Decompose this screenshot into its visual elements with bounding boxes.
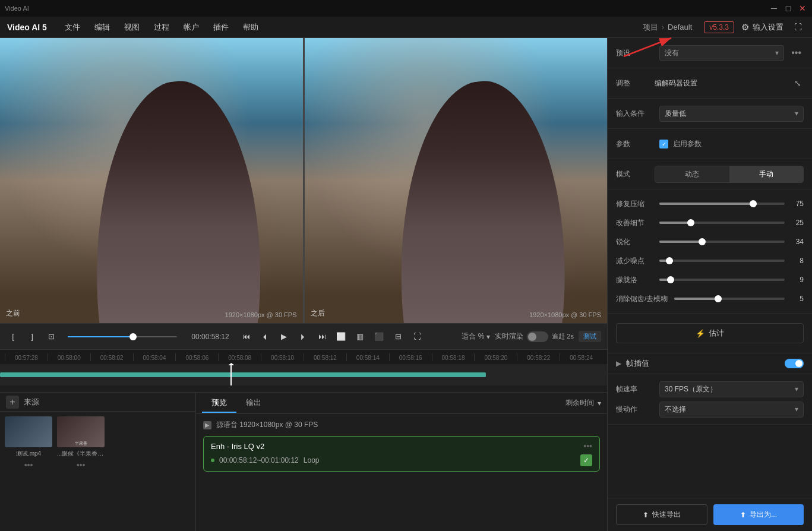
ruler-mark-3: 00:58:04 (133, 353, 176, 361)
frame-interp-title: 帧插值 (626, 358, 780, 369)
scrubber-line[interactable] (68, 336, 177, 337)
repair-compression-slider[interactable] (659, 203, 785, 205)
clip-more-btn[interactable]: ••• (583, 441, 592, 451)
source-more-1[interactable]: ••• (77, 460, 86, 470)
ruler-mark-1: 00:58:00 (48, 353, 90, 361)
remaining-time[interactable]: 剩余时间 ▾ (565, 398, 601, 408)
frame-interp-toggle[interactable] (785, 359, 804, 368)
source-name-1: ...眼候《半果香》.mp4 (57, 450, 105, 458)
codec-settings-btn[interactable]: 编解码器设置 (655, 76, 792, 91)
fps-section: 帧速率 30 FPS（原文） ▾ 慢动作 不选择 ▾ (608, 374, 812, 425)
source-item-0[interactable]: 测试.mp4 ••• (5, 416, 52, 470)
preset-value: 没有 (665, 48, 679, 58)
menu-process[interactable]: 过程 (148, 20, 175, 35)
estimate-btn[interactable]: ⚡ 估计 (616, 323, 804, 343)
scrubber-fill (68, 336, 133, 337)
step-back-btn[interactable]: ⏴ (258, 330, 272, 344)
view-mode-1-btn[interactable]: ⬜ (334, 330, 348, 344)
condition-dropdown[interactable]: 质量低 ▾ (659, 106, 804, 122)
view-mode-3-btn[interactable]: ⬛ (372, 330, 386, 344)
after-resolution: 1920×1080px @ 30 FPS (529, 311, 601, 318)
view-mode-4-btn[interactable]: ⊟ (391, 330, 405, 344)
crop-btn[interactable]: ⊡ (44, 330, 58, 344)
frame-interp-header[interactable]: ▶ 帧插值 (608, 353, 812, 374)
playhead[interactable] (230, 364, 232, 385)
before-label: 之前 (6, 308, 20, 318)
video-panel-after: 之后 1920×1080px @ 30 FPS (303, 38, 608, 323)
menu-view[interactable]: 视图 (118, 20, 146, 35)
skip-end-btn[interactable]: ⏭ (315, 330, 329, 344)
enable-params-checkbox[interactable]: ✓ (659, 140, 668, 148)
sharpen-slider[interactable] (659, 241, 785, 243)
minimize-btn[interactable]: ─ (769, 4, 779, 13)
repair-compression-label: 修复压缩 (616, 199, 655, 209)
video-after-image (305, 38, 608, 323)
mode-manual-btn[interactable]: 手动 (729, 166, 804, 182)
menu-file[interactable]: 文件 (59, 20, 86, 35)
improve-details-slider[interactable] (659, 222, 785, 224)
haze-value: 9 (789, 276, 804, 284)
view-mode-2-btn[interactable]: ▥ (353, 330, 367, 344)
tab-output[interactable]: 输出 (236, 394, 271, 413)
play-btn[interactable]: ▶ (277, 330, 291, 344)
clip-name: Enh - Iris LQ v2 (211, 442, 579, 451)
fullscreen-preview-btn[interactable]: ⛶ (410, 330, 424, 344)
source-info: ▶ 源语音 1920×1080px @ 30 FPS (203, 420, 600, 430)
preset-more-btn[interactable]: ••• (789, 48, 804, 58)
quick-export-btn[interactable]: ⬆ 快速导出 (616, 504, 707, 525)
estimate-label: 估计 (709, 328, 724, 339)
window-controls[interactable]: ─ □ ✕ (769, 4, 807, 13)
reduce-noise-label: 减少噪点 (616, 256, 655, 266)
bracket-out-btn[interactable]: ] (25, 330, 39, 344)
source-more-0[interactable]: ••• (24, 460, 33, 470)
timeline-area[interactable]: 00:57:28 00:58:00 00:58:02 00:58:04 00:5… (0, 349, 607, 392)
add-source-btn[interactable]: + (6, 396, 19, 409)
deblur-slider[interactable] (674, 298, 785, 300)
zoom-label: 适合 % (462, 331, 484, 342)
sharpen-value: 34 (789, 238, 804, 246)
sharpen-fill (659, 241, 702, 243)
menu-account[interactable]: 帐户 (178, 20, 205, 35)
maximize-btn[interactable]: □ (783, 4, 793, 13)
skip-start-btn[interactable]: ⏮ (239, 330, 253, 344)
mode-buttons: 动态 手动 (655, 166, 804, 183)
source-name-0: 测试.mp4 (16, 450, 41, 458)
params-section: 参数 ✓ 启用参数 (608, 129, 812, 159)
slow-motion-label: 慢动作 (616, 404, 655, 415)
timeline-track[interactable] (0, 364, 607, 385)
test-btn[interactable]: 测试 (579, 331, 601, 342)
menu-plugins[interactable]: 插件 (207, 20, 235, 35)
mode-dynamic-btn[interactable]: 动态 (655, 166, 729, 182)
close-btn[interactable]: ✕ (798, 4, 807, 13)
slider-deblur: 消除锯齿/去模糊 5 (616, 289, 804, 308)
realtime-toggle[interactable] (527, 331, 548, 342)
preset-dropdown[interactable]: 没有 ▾ (659, 45, 784, 61)
reduce-noise-slider[interactable] (659, 260, 785, 262)
mode-row: 模式 动态 手动 (616, 164, 804, 184)
check-icon: ✓ (662, 141, 666, 147)
fps-dropdown[interactable]: 30 FPS（原文） ▾ (659, 381, 804, 397)
export-as-btn[interactable]: ⬆ 导出为... (713, 504, 804, 525)
haze-slider[interactable] (659, 279, 785, 281)
window-title: Video AI (5, 5, 29, 12)
slider-haze: 朦胧洛 9 (616, 270, 804, 289)
estimate-section: ⚡ 估计 (608, 314, 812, 353)
title-bar: Video AI ─ □ ✕ (0, 0, 812, 17)
scrubber-track[interactable] (63, 336, 182, 337)
source-item-1[interactable]: 半果香 ...眼候《半果香》.mp4 ••• (57, 416, 105, 470)
deblur-fill (674, 298, 718, 300)
slow-motion-dropdown[interactable]: 不选择 ▾ (659, 402, 804, 418)
menu-help[interactable]: 帮助 (237, 20, 264, 35)
settings-btn[interactable]: ⚙ 输入设置 (741, 22, 783, 33)
tab-preview[interactable]: 预览 (202, 394, 236, 413)
improve-details-label: 改善细节 (616, 218, 655, 228)
input-condition-section: 输入条件 质量低 ▾ (608, 99, 812, 129)
crop-icon[interactable]: ⤡ (792, 77, 804, 89)
mode-section: 模式 动态 手动 (608, 159, 812, 189)
after-label: 之后 (311, 308, 325, 318)
clip-header: Enh - Iris LQ v2 ••• (211, 441, 592, 451)
fullscreen-btn[interactable]: ⛶ (791, 20, 805, 34)
step-forward-btn[interactable]: ⏵ (296, 330, 310, 344)
menu-edit[interactable]: 编辑 (89, 20, 116, 35)
bracket-in-btn[interactable]: [ (6, 330, 20, 344)
